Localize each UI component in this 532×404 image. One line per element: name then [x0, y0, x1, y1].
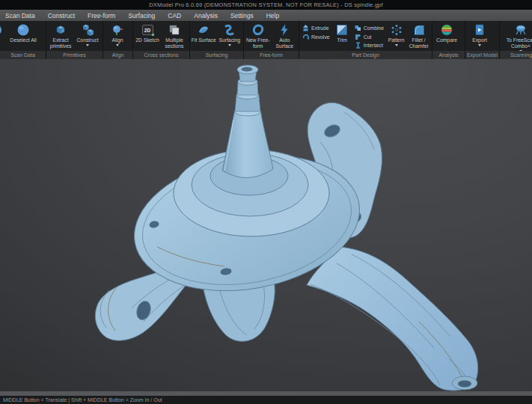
auto-surface-icon — [277, 23, 292, 37]
menu-surfacing[interactable]: Surfacing — [128, 12, 155, 19]
group-label-part-design: Part Design — [299, 51, 432, 59]
revolve-button[interactable]: Revolve — [302, 34, 330, 40]
menu-bar: Scan Data Construct Free-form Surfacing … — [0, 10, 532, 21]
trim-button[interactable]: Trim — [332, 21, 352, 43]
model-right-arm — [307, 247, 478, 391]
group-label-align: Align — [103, 51, 132, 59]
ribbon-group-scanning: To FreeScan Combo+ Scanning — [500, 21, 532, 59]
extract-primitives-button[interactable]: Extract primitives — [47, 21, 74, 49]
2d-sketch-button[interactable]: 2D 2D Sketch — [134, 21, 161, 43]
auto-surface-button[interactable]: Auto Surface — [272, 21, 299, 49]
deselect-all-icon — [16, 23, 31, 37]
group-label-export-model: Export Model — [465, 51, 499, 59]
to-freescan-combo-button[interactable]: To FreeScan Combo+ — [501, 21, 532, 52]
ribbon-group-part-design: Extrude Revolve Trim — [299, 21, 432, 59]
spindle-3d-model[interactable] — [0, 59, 532, 391]
align-icon — [110, 23, 125, 37]
ribbon-group-scan-data: Deselect All Scan Data — [0, 21, 46, 59]
window-title: DXModel Pro 6.0.69 (DEMONSTRATION SYSTEM… — [149, 1, 383, 8]
menu-help[interactable]: Help — [266, 12, 279, 19]
fit-surface-icon — [196, 23, 211, 37]
menu-settings[interactable]: Settings — [230, 12, 254, 19]
multiple-sections-icon — [167, 23, 182, 37]
intersect-icon — [355, 42, 361, 49]
group-label-surfacing: Surfacing — [190, 51, 243, 59]
clipped-icon — [0, 23, 4, 37]
compare-button[interactable]: Compare — [433, 21, 460, 43]
ribbon-group-align: Align Align — [103, 21, 133, 59]
mouse-hint-text: MIDDLE Button = Translate | Shift + MIDD… — [3, 397, 162, 403]
pencil-dot-icon — [152, 34, 154, 36]
dropdown-caret-icon — [228, 44, 231, 46]
ribbon-group-analysis: Compare Analysis — [432, 21, 465, 59]
fillet-chamfer-icon — [412, 23, 426, 37]
pattern-button[interactable]: Pattern — [386, 21, 406, 46]
group-label-scan-data: Scan Data — [0, 51, 46, 59]
title-bar: DXModel Pro 6.0.69 (DEMONSTRATION SYSTEM… — [0, 0, 532, 10]
pattern-icon — [389, 23, 404, 37]
extract-primitives-icon — [53, 23, 68, 37]
ribbon-group-export-model: Export Export Model — [465, 21, 500, 59]
compare-icon — [439, 23, 454, 37]
ribbon-toolbar: Deselect All Scan Data Extract primitive… — [0, 21, 532, 59]
multiple-sections-button[interactable]: Multiple sections — [161, 21, 188, 49]
group-label-free-form: Free-form — [244, 51, 299, 59]
revolve-icon — [302, 34, 309, 40]
extrude-icon — [302, 25, 309, 31]
construct-icon — [80, 23, 95, 37]
construct-button[interactable]: Construct — [74, 21, 101, 46]
align-button[interactable]: Align — [104, 21, 131, 46]
fillet-chamfer-button[interactable]: Fillet / Chamfer — [406, 21, 431, 49]
freescan-scanner-icon — [513, 23, 528, 37]
export-icon — [472, 23, 487, 37]
menu-cad[interactable]: CAD — [168, 12, 181, 19]
model-spindle-cone — [222, 65, 273, 178]
new-free-form-icon — [251, 23, 266, 37]
dropdown-caret-icon — [116, 44, 119, 46]
ribbon-group-surfacing: Fit Surface Surfacing Surfacing — [190, 21, 244, 59]
dropdown-caret-icon — [395, 44, 398, 46]
status-bar: MIDDLE Button = Translate | Shift + MIDD… — [0, 396, 532, 404]
new-free-form-button[interactable]: New Free-form — [245, 21, 272, 49]
menu-analysis[interactable]: Analysis — [194, 12, 218, 19]
surfacing-icon — [222, 23, 237, 37]
partial-clipped-button[interactable] — [0, 21, 10, 37]
fit-surface-button[interactable]: Fit Surface — [191, 21, 217, 43]
surfacing-button[interactable]: Surfacing — [217, 21, 243, 46]
group-label-analysis: Analysis — [432, 51, 465, 59]
2d-sketch-icon: 2D — [140, 23, 155, 37]
intersect-button[interactable]: Intersect — [355, 42, 384, 49]
cut-button[interactable]: Cut — [355, 34, 384, 40]
dropdown-caret-icon — [86, 44, 89, 46]
menu-scan-data[interactable]: Scan Data — [5, 12, 35, 19]
ribbon-group-free-form: New Free-form Auto Surface Free-form — [244, 21, 299, 59]
trim-icon — [334, 23, 349, 37]
extrude-button[interactable]: Extrude — [302, 25, 330, 31]
ribbon-group-cross-sections: 2D 2D Sketch Multiple sections Cross sec… — [133, 21, 190, 59]
group-label-scanning: Scanning — [500, 51, 532, 59]
combine-icon — [355, 25, 361, 31]
export-button[interactable]: Export — [466, 21, 493, 46]
group-label-cross-sections: Cross sections — [133, 51, 189, 59]
menu-free-form[interactable]: Free-form — [88, 12, 115, 19]
cut-icon — [355, 34, 361, 40]
group-label-primitives: Primitives — [46, 51, 103, 59]
ribbon-group-primitives: Extract primitives Construct — [46, 21, 103, 59]
deselect-all-button[interactable]: Deselect All — [10, 21, 37, 43]
viewport-3d[interactable] — [0, 59, 532, 391]
dxmodel-pro-window: DXModel Pro 6.0.69 (DEMONSTRATION SYSTEM… — [0, 0, 532, 404]
combine-button[interactable]: Combine — [355, 25, 384, 31]
dropdown-caret-icon — [478, 44, 481, 46]
menu-construct[interactable]: Construct — [48, 12, 75, 19]
